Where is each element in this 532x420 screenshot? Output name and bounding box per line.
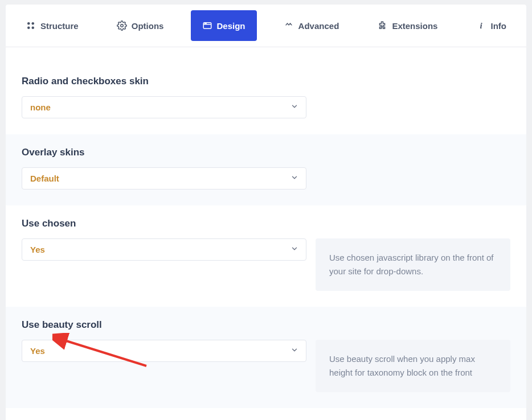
select-value: Yes <box>30 346 45 356</box>
radio-skin-select[interactable]: none <box>22 96 306 118</box>
svg-point-2 <box>27 27 30 30</box>
use-chosen-select-wrap: Yes <box>22 238 306 261</box>
svg-point-0 <box>27 22 30 25</box>
tab-info[interactable]: i Info <box>465 10 518 41</box>
design-icon <box>202 20 212 31</box>
section-beauty-scroll: Use beauty scroll Yes Use beauty scroll … <box>6 307 526 408</box>
svg-point-6 <box>204 23 205 24</box>
beauty-scroll-hint: Use beauty scroll when you apply max hei… <box>316 340 510 392</box>
settings-panel: Structure Options Design Advanced Extens… <box>6 5 526 420</box>
tab-label: Structure <box>40 21 79 31</box>
section-title: Use beauty scroll <box>22 319 510 331</box>
tab-advanced[interactable]: Advanced <box>272 10 351 41</box>
overlay-skins-select-wrap: Default <box>22 167 306 190</box>
tab-label: Design <box>217 21 245 31</box>
section-overlay-skins: Overlay skins Default <box>6 134 526 205</box>
tab-label: Options <box>132 21 164 31</box>
design-content: Radio and checkboxes skin none Overlay s… <box>6 47 526 420</box>
section-radio-skin: Radio and checkboxes skin none <box>6 63 526 134</box>
tab-label: Info <box>491 21 507 31</box>
tab-design[interactable]: Design <box>191 10 257 41</box>
tab-options[interactable]: Options <box>105 10 175 41</box>
beauty-scroll-select[interactable]: Yes <box>22 340 306 362</box>
svg-point-4 <box>121 24 124 27</box>
tab-bar: Structure Options Design Advanced Extens… <box>6 5 526 47</box>
info-icon: i <box>476 20 486 31</box>
use-chosen-hint: Use chosen javascript library on the fro… <box>316 238 510 291</box>
section-title: Overlay skins <box>22 147 510 158</box>
gear-icon <box>117 20 127 31</box>
overlay-skins-select[interactable]: Default <box>22 167 306 190</box>
extensions-icon <box>377 20 387 31</box>
select-value: none <box>30 102 51 112</box>
select-value: Yes <box>30 245 45 254</box>
section-title: Use chosen <box>22 218 510 229</box>
radio-skin-select-wrap: none <box>22 96 306 118</box>
advanced-icon <box>284 20 294 31</box>
svg-point-3 <box>32 27 35 30</box>
beauty-scroll-select-wrap: Yes <box>22 340 306 362</box>
select-value: Default <box>30 174 59 183</box>
tab-structure[interactable]: Structure <box>14 10 90 41</box>
use-chosen-select[interactable]: Yes <box>22 238 306 261</box>
svg-point-1 <box>32 22 35 25</box>
section-use-chosen: Use chosen Yes Use chosen javascript lib… <box>6 205 526 307</box>
svg-point-7 <box>206 23 206 24</box>
tab-extensions[interactable]: Extensions <box>366 10 449 41</box>
section-title: Radio and checkboxes skin <box>22 76 510 87</box>
section-range-slider: Range-slider skin <box>6 408 526 420</box>
tab-label: Advanced <box>298 21 339 31</box>
structure-icon <box>26 20 36 31</box>
tab-label: Extensions <box>392 21 437 31</box>
